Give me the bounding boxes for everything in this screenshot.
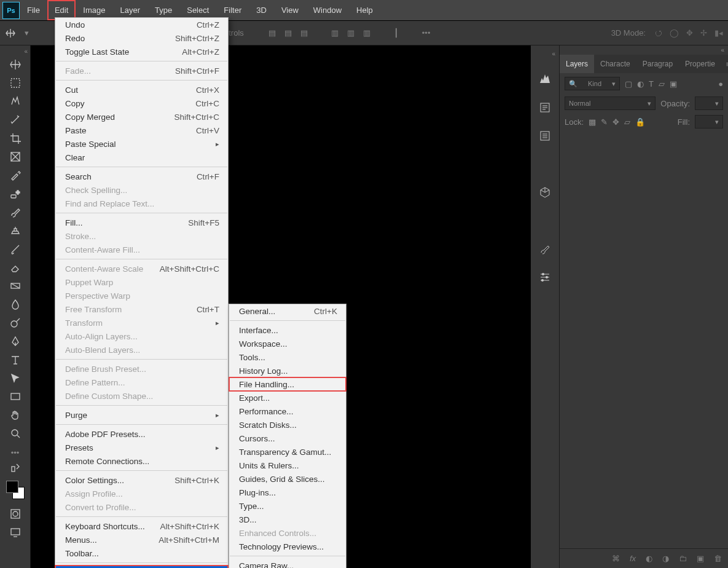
brushes-icon[interactable] [539, 243, 551, 255]
layer-mask-icon[interactable]: ◐ [646, 554, 652, 563]
3d-camera-icon[interactable]: ▮◂ [714, 28, 723, 37]
panel-menu-icon[interactable]: ≡ [721, 60, 728, 69]
menu-item[interactable]: RedoShift+Ctrl+Z [55, 31, 228, 45]
menu-item[interactable]: SearchCtrl+F [55, 170, 228, 183]
menu-file[interactable]: File [20, 0, 47, 20]
3d-slide-icon[interactable]: ✢ [700, 28, 707, 37]
menu-item[interactable]: Adobe PDF Presets... [55, 427, 228, 441]
quick-mask-icon[interactable] [5, 505, 26, 523]
tab-characte[interactable]: Characte [594, 55, 636, 73]
menu-item[interactable]: Units & Rulers... [229, 459, 346, 472]
lasso-tool[interactable] [5, 93, 26, 110]
filter-shape-icon[interactable]: ▱ [659, 79, 665, 89]
histogram-icon[interactable] [539, 73, 551, 85]
group-icon[interactable]: 🗀 [679, 554, 687, 563]
menu-item[interactable]: Purge [55, 408, 228, 422]
move-tool[interactable] [5, 56, 26, 73]
delete-layer-icon[interactable]: 🗑 [714, 554, 722, 563]
tab-layers[interactable]: Layers [560, 55, 594, 73]
pen-tool[interactable] [5, 333, 26, 350]
menu-item[interactable]: Remote Connections... [55, 454, 228, 468]
menu-item[interactable]: Fill...Shift+F5 [55, 216, 228, 229]
menu-item[interactable]: History Log... [229, 364, 346, 377]
eyedropper-tool[interactable] [5, 167, 26, 184]
align-icon[interactable]: ▥ [331, 28, 339, 37]
notes-icon[interactable] [539, 130, 551, 142]
tab-propertie[interactable]: Propertie [679, 55, 721, 73]
menu-item[interactable]: Camera Raw... [229, 559, 346, 568]
align-icon[interactable]: ▤ [284, 28, 292, 37]
tab-paragrap[interactable]: Paragrap [636, 55, 679, 73]
menu-item[interactable]: 3D... [229, 513, 346, 526]
opacity-input[interactable]: ▾ [695, 97, 723, 110]
menu-window[interactable]: Window [306, 0, 349, 20]
hand-tool[interactable] [5, 406, 26, 424]
marquee-tool[interactable] [5, 74, 26, 92]
menu-item[interactable]: Menus...Alt+Shift+Ctrl+M [55, 533, 228, 546]
menu-item[interactable]: Clear [55, 151, 228, 164]
healing-brush-tool[interactable] [5, 185, 26, 202]
edit-toolbar-icon[interactable] [5, 459, 26, 476]
lock-all-icon[interactable]: 🔒 [635, 117, 645, 127]
history-brush-tool[interactable] [5, 240, 26, 258]
menu-item[interactable]: UndoCtrl+Z [55, 18, 228, 31]
filter-adjust-icon[interactable]: ◐ [637, 79, 644, 89]
dodge-tool[interactable] [5, 314, 26, 331]
menu-help[interactable]: Help [349, 0, 380, 20]
3d-pan-icon[interactable]: ✥ [686, 28, 693, 37]
new-layer-icon[interactable]: ▣ [697, 554, 704, 563]
brush-tool[interactable] [5, 203, 26, 221]
type-tool[interactable] [5, 351, 26, 368]
adjustment-layer-icon[interactable]: ◑ [662, 554, 669, 563]
menu-item[interactable]: Tools... [229, 350, 346, 364]
filter-smart-icon[interactable]: ▣ [670, 79, 677, 89]
align-icon[interactable]: ▥ [363, 28, 370, 37]
more-icon[interactable]: ••• [422, 28, 431, 37]
menu-item[interactable]: Type... [229, 499, 346, 513]
3d-icon[interactable] [539, 186, 551, 199]
lock-artboard-icon[interactable]: ▱ [624, 117, 630, 127]
screen-mode-icon[interactable] [5, 524, 26, 541]
eraser-tool[interactable] [5, 259, 26, 276]
zoom-tool[interactable] [5, 425, 26, 442]
menu-item[interactable]: PasteCtrl+V [55, 124, 228, 137]
menu-item[interactable]: Toggle Last StateAlt+Ctrl+Z [55, 45, 228, 58]
menu-item[interactable]: File Handling... [229, 377, 346, 391]
menu-item[interactable]: CutCtrl+X [55, 83, 228, 97]
menu-item[interactable]: Technology Previews... [229, 540, 346, 553]
filter-pixel-icon[interactable]: ▢ [625, 79, 632, 89]
distribute-icon[interactable]: ┃ [394, 28, 399, 37]
menu-view[interactable]: View [274, 0, 306, 20]
menu-item[interactable]: Scratch Disks... [229, 418, 346, 432]
fill-input[interactable]: ▾ [695, 115, 723, 128]
align-icon[interactable]: ▥ [347, 28, 354, 37]
filter-toggle-icon[interactable]: ● [718, 79, 723, 89]
collapse-icon[interactable]: « [552, 50, 555, 57]
align-icon[interactable]: ▤ [300, 28, 308, 37]
magic-wand-tool[interactable] [5, 111, 26, 128]
link-layers-icon[interactable]: ⌘ [612, 554, 620, 563]
lock-transparency-icon[interactable]: ▩ [589, 117, 596, 127]
crop-tool[interactable] [5, 130, 26, 147]
collapse-icon[interactable]: « [560, 45, 728, 55]
gradient-tool[interactable] [5, 277, 26, 294]
rectangle-tool[interactable] [5, 388, 26, 405]
blend-mode-select[interactable]: Normal▾ [565, 97, 656, 110]
layer-filter-select[interactable]: 🔍Kind▾ [565, 77, 620, 90]
menu-item[interactable]: Presets [55, 441, 228, 454]
color-swatch[interactable] [6, 481, 25, 499]
menu-item[interactable]: Preferences [55, 566, 228, 568]
lock-position-icon[interactable]: ✥ [613, 117, 619, 127]
menu-item[interactable]: Cursors... [229, 432, 346, 445]
menu-item[interactable]: Color Settings...Shift+Ctrl+K [55, 473, 228, 487]
menu-item[interactable]: General...Ctrl+K [229, 304, 346, 318]
filter-type-icon[interactable]: T [649, 79, 654, 89]
menu-item[interactable]: Plug-ins... [229, 486, 346, 499]
clone-stamp-tool[interactable] [5, 222, 26, 239]
layer-style-icon[interactable]: fx [630, 554, 636, 563]
adjustments-icon[interactable] [539, 271, 551, 283]
menu-item[interactable]: Transparency & Gamut... [229, 445, 346, 459]
lock-image-icon[interactable]: ✎ [601, 117, 608, 127]
menu-item[interactable]: Workspace... [229, 337, 346, 350]
3d-orbit-icon[interactable]: ⭯ [654, 28, 662, 37]
